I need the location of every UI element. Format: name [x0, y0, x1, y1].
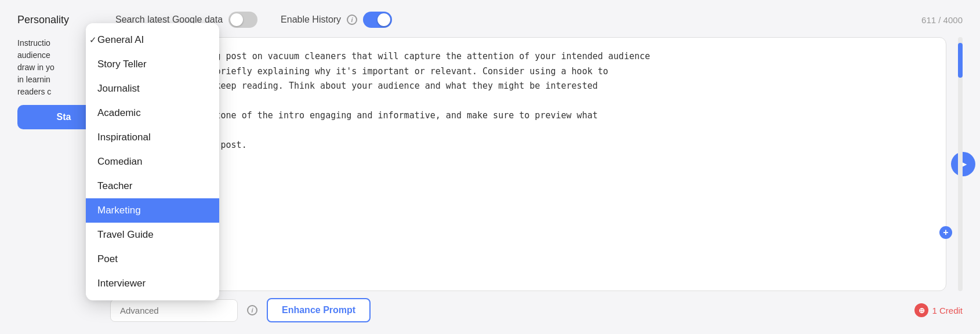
- dropdown-item-poet[interactable]: Poet: [86, 247, 219, 271]
- enable-history-info-icon[interactable]: i: [347, 14, 357, 25]
- dropdown-item-journalist[interactable]: Journalist: [86, 77, 219, 101]
- instruction-line4: in learnin: [17, 75, 50, 84]
- enhance-prompt-button[interactable]: Enhance Prompt: [267, 298, 371, 322]
- dropdown-item-general-ai[interactable]: General AI: [86, 28, 219, 52]
- dropdown-item-story-teller[interactable]: Story Teller: [86, 52, 219, 77]
- enable-history-label: Enable History: [281, 14, 341, 25]
- instruction-line5: readers c: [17, 87, 51, 96]
- enable-history-toggle[interactable]: [363, 12, 392, 28]
- dropdown-item-interviewer[interactable]: Interviewer: [86, 271, 219, 296]
- dropdown-item-academic[interactable]: Academic: [86, 101, 219, 125]
- instruction-prefix: Instructio: [17, 38, 50, 48]
- bottom-bar: i Enhance Prompt ⊕ 1 Credit: [17, 298, 963, 322]
- advanced-input[interactable]: [110, 299, 238, 322]
- main-container: Personality Search latest Google data En…: [0, 0, 980, 334]
- dropdown-item-comedian[interactable]: Comedian: [86, 150, 219, 174]
- dropdown-menu: General AIStory TellerJournalistAcademic…: [86, 23, 219, 300]
- personality-label: Personality: [17, 14, 69, 26]
- textarea-wrapper: action for a blog post on vacuum cleaner…: [119, 37, 946, 291]
- google-search-toggle[interactable]: [228, 12, 257, 28]
- credit-section: ⊕ 1 Credit: [914, 303, 963, 317]
- dropdown-item-marketing[interactable]: Marketing: [86, 198, 219, 223]
- main-textarea[interactable]: action for a blog post on vacuum cleaner…: [119, 37, 946, 291]
- send-button[interactable]: ►: [951, 152, 975, 176]
- dropdown-item-travel-guide[interactable]: Travel Guide: [86, 223, 219, 247]
- instruction-line2: audience: [17, 50, 50, 60]
- plus-icon[interactable]: +: [939, 226, 952, 239]
- dropdown-item-teacher[interactable]: Teacher: [86, 174, 219, 198]
- scrollbar-track[interactable]: [958, 37, 963, 291]
- credit-label: 1 Credit: [932, 306, 963, 315]
- advanced-info-icon[interactable]: i: [247, 305, 257, 315]
- char-count: 611 / 4000: [921, 15, 963, 25]
- coin-icon: ⊕: [914, 303, 928, 317]
- enable-history-section: Enable History i: [281, 12, 392, 28]
- scrollbar-thumb: [958, 43, 963, 78]
- dropdown-item-inspirational[interactable]: Inspirational: [86, 125, 219, 150]
- instruction-line3: draw in yo: [17, 63, 55, 72]
